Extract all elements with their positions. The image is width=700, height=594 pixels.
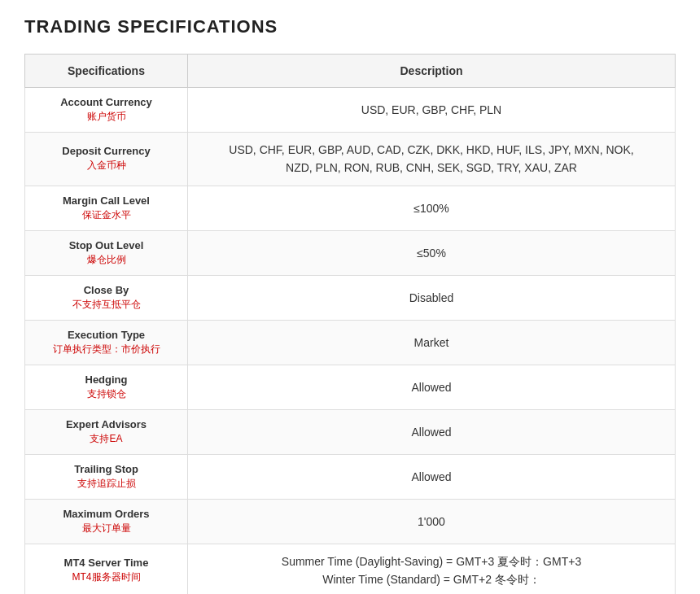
spec-name-label: MT4 Server Time	[38, 557, 174, 569]
spec-sub-label: 账户货币	[38, 110, 174, 124]
desc-cell: ≤100%	[188, 186, 676, 230]
spec-cell: Deposit Currency入金币种	[25, 133, 188, 186]
desc-cell: 1'000	[188, 499, 676, 544]
table-row: Margin Call Level保证金水平≤100%	[25, 186, 676, 230]
col-header-desc: Description	[188, 55, 676, 88]
spec-sub-label: 支持锁仓	[38, 387, 174, 401]
spec-name-label: Execution Type	[38, 329, 174, 341]
spec-sub-label: 订单执行类型：市价执行	[38, 343, 174, 356]
desc-cell: Summer Time (Daylight-Saving) = GMT+3 夏令…	[188, 544, 676, 594]
desc-cell: ≤50%	[188, 230, 676, 275]
spec-name-label: Account Currency	[38, 96, 174, 108]
table-row: Stop Out Level爆仓比例≤50%	[25, 230, 676, 275]
desc-cell: Disabled	[188, 275, 676, 320]
spec-cell: Account Currency账户货币	[25, 88, 188, 133]
spec-sub-label: 不支持互抵平仓	[38, 298, 174, 312]
col-header-spec: Specifications	[25, 55, 188, 88]
spec-sub-label: MT4服务器时间	[38, 570, 174, 584]
spec-name-label: Deposit Currency	[38, 145, 174, 157]
spec-sub-label: 支持EA	[38, 432, 174, 446]
table-row: Account Currency账户货币USD, EUR, GBP, CHF, …	[25, 88, 676, 133]
spec-cell: Maximum Orders最大订单量	[25, 499, 188, 544]
table-row: Deposit Currency入金币种USD, CHF, EUR, GBP, …	[25, 133, 676, 186]
desc-cell: USD, CHF, EUR, GBP, AUD, CAD, CZK, DKK, …	[188, 133, 676, 186]
spec-cell: Execution Type订单执行类型：市价执行	[25, 320, 188, 365]
spec-table: Specifications Description Account Curre…	[24, 54, 676, 594]
desc-cell: Allowed	[188, 365, 676, 409]
spec-sub-label: 入金币种	[38, 159, 174, 173]
spec-name-label: Hedging	[38, 373, 174, 386]
spec-cell: Trailing Stop支持追踪止损	[25, 454, 188, 499]
spec-sub-label: 保证金水平	[38, 208, 174, 222]
spec-sub-label: 支持追踪止损	[38, 477, 174, 491]
table-row: Close By不支持互抵平仓Disabled	[25, 275, 676, 320]
spec-name-label: Close By	[38, 284, 174, 296]
table-row: Expert Advisors支持EAAllowed	[25, 409, 676, 454]
spec-cell: Close By不支持互抵平仓	[25, 275, 188, 320]
table-row: Execution Type订单执行类型：市价执行Market	[25, 320, 676, 365]
spec-name-label: Stop Out Level	[38, 239, 174, 251]
spec-name-label: Margin Call Level	[38, 194, 174, 207]
table-row: Maximum Orders最大订单量1'000	[25, 499, 676, 544]
page-title: TRADING SPECIFICATIONS	[24, 16, 676, 37]
table-row: Hedging支持锁仓Allowed	[25, 365, 676, 409]
page-wrapper: TRADING SPECIFICATIONS Specifications De…	[0, 0, 700, 594]
spec-cell: Expert Advisors支持EA	[25, 409, 188, 454]
spec-cell: Stop Out Level爆仓比例	[25, 230, 188, 275]
spec-name-label: Expert Advisors	[38, 418, 174, 430]
spec-name-label: Maximum Orders	[38, 508, 174, 520]
spec-cell: Margin Call Level保证金水平	[25, 186, 188, 230]
desc-cell: Allowed	[188, 409, 676, 454]
desc-cell: Market	[188, 320, 676, 365]
spec-cell: MT4 Server TimeMT4服务器时间	[25, 544, 188, 594]
spec-cell: Hedging支持锁仓	[25, 365, 188, 409]
spec-name-label: Trailing Stop	[38, 463, 174, 475]
desc-cell: USD, EUR, GBP, CHF, PLN	[188, 88, 676, 133]
spec-sub-label: 最大订单量	[38, 522, 174, 535]
table-row: MT4 Server TimeMT4服务器时间Summer Time (Dayl…	[25, 544, 676, 594]
desc-cell: Allowed	[188, 454, 676, 499]
spec-sub-label: 爆仓比例	[38, 253, 174, 267]
table-row: Trailing Stop支持追踪止损Allowed	[25, 454, 676, 499]
